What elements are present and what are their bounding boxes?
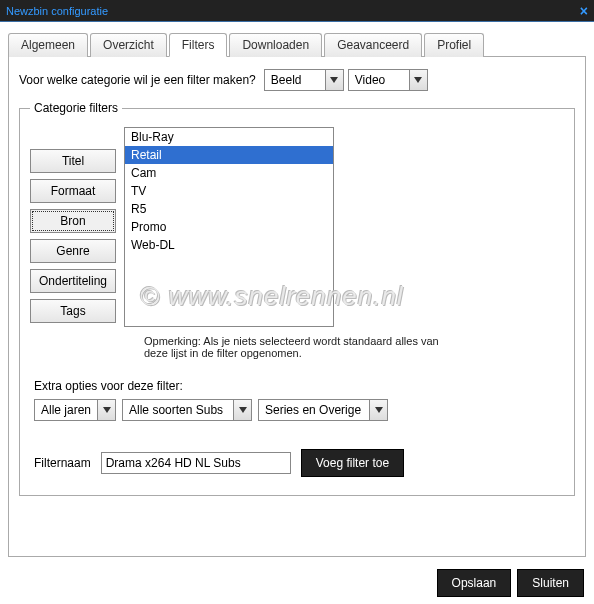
tab-filters[interactable]: Filters (169, 33, 228, 57)
category-dropdown[interactable]: Beeld (264, 69, 344, 91)
list-item[interactable]: Retail (125, 146, 333, 164)
save-button[interactable]: Opslaan (437, 569, 512, 597)
list-item[interactable]: R5 (125, 200, 333, 218)
close-icon[interactable]: × (580, 3, 588, 19)
side-btn-ondertiteling[interactable]: Ondertiteling (30, 269, 116, 293)
tabs-row: Algemeen Overzicht Filters Downloaden Ge… (8, 32, 586, 57)
options-listbox[interactable]: Blu-Ray Retail Cam TV R5 Promo Web-DL (124, 127, 334, 327)
svg-marker-3 (239, 407, 247, 413)
side-btn-bron[interactable]: Bron (30, 209, 116, 233)
filtername-label: Filternaam (34, 456, 91, 470)
category-dropdown-value: Beeld (265, 73, 325, 87)
subs-dropdown-value: Alle soorten Subs (123, 403, 233, 417)
list-item[interactable]: TV (125, 182, 333, 200)
extra-options-row: Alle jaren Alle soorten Subs Series en O… (34, 399, 564, 421)
chevron-down-icon (97, 400, 115, 420)
side-btn-genre[interactable]: Genre (30, 239, 116, 263)
category-question-label: Voor welke categorie wil je een filter m… (19, 73, 256, 87)
titlebar: Newzbin configuratie × (0, 0, 594, 22)
tab-algemeen[interactable]: Algemeen (8, 33, 88, 57)
category-question-row: Voor welke categorie wil je een filter m… (19, 69, 575, 91)
tab-geavanceerd[interactable]: Geavanceerd (324, 33, 422, 57)
filtername-row: Filternaam Voeg filter toe (34, 449, 564, 477)
subs-dropdown[interactable]: Alle soorten Subs (122, 399, 252, 421)
groupbox-title: Categorie filters (30, 101, 122, 115)
list-item[interactable]: Web-DL (125, 236, 333, 254)
series-dropdown-value: Series en Overige (259, 403, 369, 417)
svg-marker-1 (414, 77, 422, 83)
close-button[interactable]: Sluiten (517, 569, 584, 597)
side-btn-tags[interactable]: Tags (30, 299, 116, 323)
tab-downloaden[interactable]: Downloaden (229, 33, 322, 57)
filtername-input[interactable] (101, 452, 291, 474)
list-item[interactable]: Cam (125, 164, 333, 182)
extra-options-label: Extra opties voor deze filter: (34, 379, 564, 393)
filter-type-buttons: Titel Formaat Bron Genre Ondertiteling T… (30, 149, 116, 327)
footer-buttons: Opslaan Sluiten (0, 569, 584, 597)
window-title: Newzbin configuratie (6, 5, 108, 17)
tab-overzicht[interactable]: Overzicht (90, 33, 167, 57)
tab-panel: Voor welke categorie wil je een filter m… (8, 57, 586, 557)
category-filters-group: Categorie filters © www.snelrennen.nl Ti… (19, 101, 575, 496)
chevron-down-icon (369, 400, 387, 420)
chevron-down-icon (233, 400, 251, 420)
series-dropdown[interactable]: Series en Overige (258, 399, 388, 421)
tab-profiel[interactable]: Profiel (424, 33, 484, 57)
year-dropdown[interactable]: Alle jaren (34, 399, 116, 421)
side-btn-titel[interactable]: Titel (30, 149, 116, 173)
side-btn-formaat[interactable]: Formaat (30, 179, 116, 203)
list-item[interactable]: Blu-Ray (125, 128, 333, 146)
add-filter-button[interactable]: Voeg filter toe (301, 449, 404, 477)
chevron-down-icon (409, 70, 427, 90)
subcategory-dropdown-value: Video (349, 73, 409, 87)
note-text: Opmerking: Als je niets selecteerd wordt… (144, 335, 444, 359)
year-dropdown-value: Alle jaren (35, 403, 97, 417)
chevron-down-icon (325, 70, 343, 90)
subcategory-dropdown[interactable]: Video (348, 69, 428, 91)
svg-marker-4 (375, 407, 383, 413)
list-item[interactable]: Promo (125, 218, 333, 236)
svg-marker-0 (330, 77, 338, 83)
svg-marker-2 (103, 407, 111, 413)
